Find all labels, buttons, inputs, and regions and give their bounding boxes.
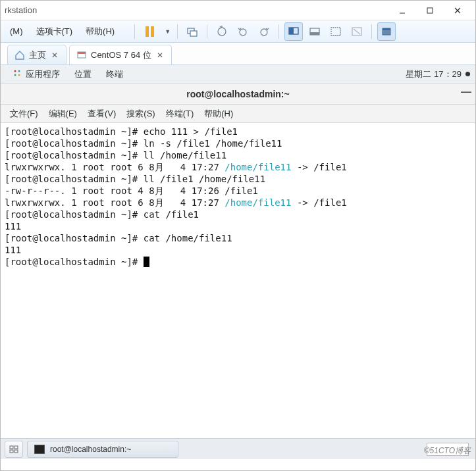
guest-top-bar: 应用程序 位置 终端 星期二 17：29	[1, 65, 475, 84]
task-terminal-label: root@localhostadmin:~	[50, 445, 131, 454]
svg-rect-5	[190, 31, 197, 36]
svg-point-6	[218, 28, 226, 36]
svg-rect-26	[10, 450, 13, 453]
task-terminal[interactable]: root@localhostadmin:~	[27, 441, 178, 458]
term-menu-edit[interactable]: 编辑(E)	[45, 107, 81, 121]
svg-point-22	[14, 74, 16, 76]
svg-point-23	[18, 74, 20, 76]
menu-help[interactable]: 帮助(H)	[80, 23, 120, 40]
svg-line-15	[354, 29, 360, 34]
terminal-minimize-icon[interactable]: —	[461, 86, 471, 98]
show-desktop-button[interactable]	[5, 441, 23, 458]
minimize-button[interactable]	[388, 1, 416, 20]
guest-places[interactable]: 位置	[68, 66, 98, 82]
svg-point-8	[261, 29, 267, 36]
menu-tabs[interactable]: 选项卡(T)	[31, 23, 78, 40]
svg-rect-12	[310, 32, 319, 35]
svg-rect-25	[14, 446, 18, 449]
term-menu-help[interactable]: 帮助(H)	[200, 107, 237, 121]
svg-rect-1	[427, 8, 433, 13]
svg-point-7	[240, 29, 246, 36]
terminal-menubar: 文件(F) 编辑(E) 查看(V) 搜索(S) 终端(T) 帮助(H)	[1, 105, 475, 123]
tab-vm-label: CentOS 7 64 位	[91, 49, 151, 61]
pause-button[interactable]	[140, 22, 159, 41]
fullscreen-button[interactable]	[327, 22, 345, 41]
manage-snapshot-button[interactable]	[255, 22, 273, 41]
watermark: ©51CTO博客	[424, 445, 471, 457]
svg-rect-17	[383, 28, 390, 30]
svg-rect-10	[289, 28, 294, 34]
library-button[interactable]	[377, 22, 396, 41]
guest-clock[interactable]: 星期二 17：29	[406, 68, 462, 80]
guest-applications[interactable]: 应用程序	[6, 66, 66, 82]
svg-point-21	[18, 70, 20, 72]
tab-home-close[interactable]: ✕	[50, 51, 59, 60]
guest-terminal-app[interactable]: 终端	[99, 66, 130, 82]
guest-taskbar: root@localhostadmin:~	[1, 438, 475, 459]
tab-vm-close[interactable]: ✕	[155, 51, 165, 60]
tab-home-label: 主页	[29, 49, 46, 61]
term-menu-view[interactable]: 查看(V)	[84, 107, 120, 121]
host-menubar: (M) 选项卡(T) 帮助(H) ▼	[1, 20, 475, 43]
send-key-button[interactable]	[183, 22, 201, 41]
svg-point-20	[14, 70, 16, 72]
host-title: rkstation	[5, 5, 388, 15]
vm-icon	[76, 50, 87, 61]
terminal-window-title: root@localhostadmin:~ —	[1, 84, 475, 105]
revert-snapshot-button[interactable]	[234, 22, 252, 41]
status-dot-icon	[465, 72, 470, 76]
svg-rect-24	[10, 446, 13, 449]
snapshot-button[interactable]	[213, 22, 231, 41]
menu-m[interactable]: (M)	[5, 24, 28, 39]
tabstrip: 主页 ✕ CentOS 7 64 位 ✕	[1, 43, 475, 65]
close-button[interactable]	[444, 1, 471, 20]
term-menu-terminal[interactable]: 终端(T)	[162, 107, 198, 121]
pause-dropdown[interactable]: ▼	[161, 22, 172, 41]
tab-vm[interactable]: CentOS 7 64 位 ✕	[69, 45, 172, 64]
maximize-button[interactable]	[416, 1, 444, 20]
apps-icon	[13, 68, 22, 80]
terminal-output[interactable]: [root@localhostadmin ~]# echo 111 > /fil…	[1, 123, 475, 386]
term-menu-search[interactable]: 搜索(S)	[122, 107, 159, 121]
terminal-icon	[34, 445, 45, 454]
home-icon	[14, 50, 25, 61]
tab-home[interactable]: 主页 ✕	[7, 45, 66, 64]
host-titlebar: rkstation	[1, 1, 475, 20]
view-single-button[interactable]	[305, 22, 324, 41]
svg-rect-19	[78, 52, 86, 54]
term-menu-file[interactable]: 文件(F)	[6, 107, 42, 121]
view-console-button[interactable]	[284, 22, 303, 41]
svg-rect-27	[14, 450, 18, 453]
unity-button[interactable]	[348, 22, 366, 41]
svg-rect-13	[331, 28, 340, 36]
